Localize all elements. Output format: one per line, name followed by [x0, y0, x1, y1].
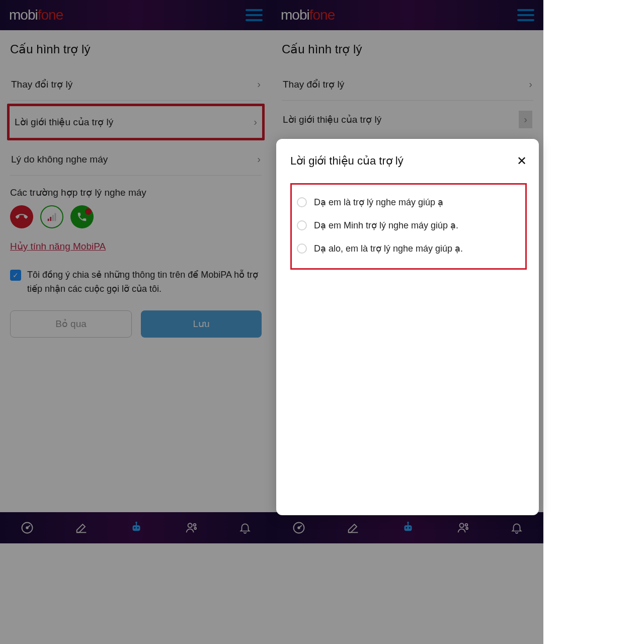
svg-point-21 [460, 523, 464, 527]
logo-right: fone [38, 7, 63, 23]
radio-icon[interactable] [297, 244, 307, 254]
svg-rect-1 [50, 217, 51, 221]
page-content: Cấu hình trợ lý Thay đổi trợ lý › Lời gi… [0, 30, 272, 512]
svg-point-11 [188, 523, 192, 527]
app-screen-left: mobifone Cấu hình trợ lý Thay đổi trợ lý… [0, 0, 272, 543]
page-title: Cấu hình trợ lý [10, 42, 262, 56]
signal-icon[interactable] [40, 205, 63, 228]
hamburger-icon[interactable] [246, 9, 263, 21]
modal-title: Lời giới thiệu của trợ lý [290, 154, 404, 168]
close-icon[interactable]: ✕ [517, 154, 527, 168]
svg-point-8 [135, 522, 137, 524]
svg-point-19 [406, 527, 407, 529]
svg-point-12 [194, 524, 196, 526]
row-label: Thay đổi trợ lý [11, 78, 72, 90]
intro-modal: Lời giới thiệu của trợ lý ✕ Dạ em là trợ… [276, 139, 539, 515]
row-label: Lời giới thiệu của trợ lý [15, 116, 113, 128]
option-label: Dạ alo, em là trợ lý nghe máy giúp ạ. [314, 243, 463, 254]
intro-option[interactable]: Dạ alo, em là trợ lý nghe máy giúp ạ. [297, 237, 520, 260]
row-label: Lý do không nghe máy [11, 154, 108, 165]
bottom-nav [0, 512, 272, 543]
option-label: Dạ em là trợ lý nghe máy giúp ạ [314, 197, 443, 208]
logo: mobifone [9, 7, 63, 23]
row-label: Thay đổi trợ lý [283, 78, 344, 90]
save-button[interactable]: Lưu [141, 310, 262, 338]
call-answer-icon[interactable] [70, 205, 94, 228]
svg-point-15 [298, 527, 300, 529]
consent-text: Tôi đồng ý chia sẻ những thông tin trên … [27, 268, 262, 296]
row-change-assistant[interactable]: Thay đổi trợ lý › [10, 68, 262, 101]
app-header: mobifone [0, 0, 272, 30]
nav-user-settings-icon[interactable] [456, 521, 470, 535]
svg-point-13 [194, 527, 196, 529]
svg-point-23 [466, 527, 468, 529]
svg-point-9 [134, 527, 135, 529]
svg-rect-2 [52, 215, 54, 221]
logo-left: mobi [9, 7, 38, 23]
chevron-right-icon: › [519, 111, 532, 128]
nav-dashboard-icon[interactable] [20, 521, 34, 535]
row-change-assistant[interactable]: Thay đổi trợ lý › [282, 68, 533, 101]
bottom-nav [272, 512, 543, 543]
chevron-right-icon: › [257, 78, 261, 90]
row-assistant-intro[interactable]: Lời giới thiệu của trợ lý › [7, 104, 265, 140]
option-label: Dạ em Minh trợ lý nghe máy giúp ạ. [314, 220, 458, 231]
svg-rect-16 [405, 525, 412, 531]
svg-point-20 [409, 527, 411, 529]
checkbox-checked-icon[interactable]: ✓ [10, 270, 21, 281]
intro-option[interactable]: Dạ em là trợ lý nghe máy giúp ạ [297, 191, 520, 214]
app-header: mobifone [272, 0, 543, 30]
action-buttons: Bỏ qua Lưu [10, 310, 262, 338]
row-assistant-intro[interactable]: Lời giới thiệu của trợ lý › [282, 101, 533, 139]
intro-option[interactable]: Dạ em Minh trợ lý nghe máy giúp ạ. [297, 214, 520, 237]
nav-edit-icon[interactable] [346, 521, 360, 535]
nav-bell-icon[interactable] [238, 521, 252, 534]
logo-left: mobi [281, 7, 309, 23]
chevron-right-icon: › [254, 116, 257, 128]
hamburger-icon[interactable] [517, 9, 534, 21]
nav-assistant-icon[interactable] [129, 520, 144, 535]
svg-point-18 [407, 522, 409, 524]
modal-header: Lời giới thiệu của trợ lý ✕ [290, 154, 527, 168]
skip-button[interactable]: Bỏ qua [10, 310, 132, 338]
nav-user-settings-icon[interactable] [184, 521, 198, 535]
logo: mobifone [281, 7, 335, 23]
nav-edit-icon[interactable] [74, 521, 89, 535]
section-cases-label: Các trường hợp trợ lý nghe máy [10, 187, 262, 198]
case-icons [10, 205, 262, 228]
svg-rect-3 [55, 213, 56, 221]
decline-call-icon[interactable] [10, 205, 33, 228]
radio-icon[interactable] [297, 197, 307, 207]
svg-rect-0 [48, 219, 49, 221]
svg-point-10 [137, 527, 139, 529]
cancel-feature-link[interactable]: Hủy tính năng MobiPA [10, 240, 106, 252]
logo-right: fone [309, 7, 335, 23]
row-label: Lời giới thiệu của trợ lý [283, 114, 381, 125]
page-title: Cấu hình trợ lý [282, 42, 533, 56]
radio-icon[interactable] [297, 220, 307, 230]
consent-row[interactable]: ✓ Tôi đồng ý chia sẻ những thông tin trê… [10, 268, 262, 296]
svg-point-5 [26, 527, 28, 529]
svg-rect-6 [133, 525, 140, 531]
nav-assistant-icon[interactable] [400, 520, 416, 535]
options-highlight-box: Dạ em là trợ lý nghe máy giúp ạ Dạ em Mi… [290, 183, 527, 270]
row-reason[interactable]: Lý do không nghe máy › [10, 143, 262, 176]
chevron-right-icon: › [257, 153, 261, 165]
nav-bell-icon[interactable] [510, 521, 523, 534]
chevron-right-icon: › [529, 78, 532, 90]
nav-dashboard-icon[interactable] [292, 521, 306, 535]
svg-point-22 [465, 524, 468, 526]
